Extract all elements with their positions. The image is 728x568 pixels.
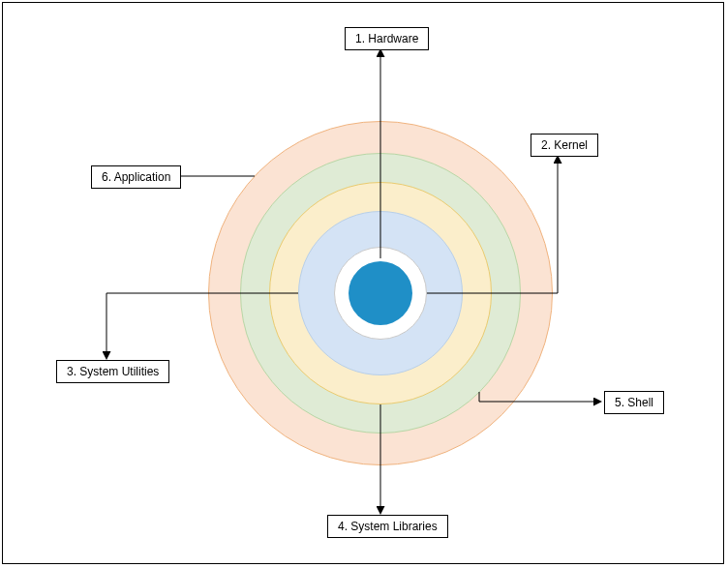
label-shell: 5. Shell bbox=[604, 391, 664, 414]
label-system-utilities: 3. System Utilities bbox=[56, 360, 169, 383]
hardware-core bbox=[349, 261, 412, 325]
label-kernel: 2. Kernel bbox=[531, 134, 598, 157]
label-application: 6. Application bbox=[91, 165, 181, 189]
label-system-libraries: 4. System Libraries bbox=[327, 515, 448, 538]
label-hardware: 1. Hardware bbox=[345, 27, 429, 50]
